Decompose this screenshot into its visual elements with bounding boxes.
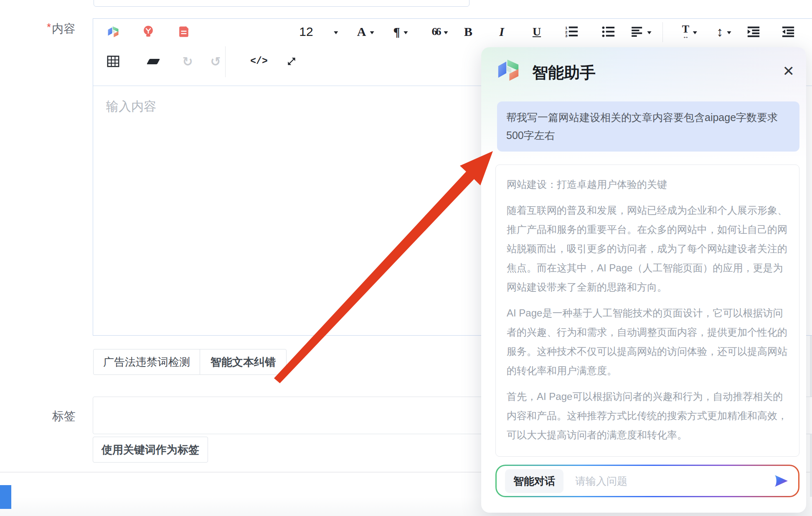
assistant-paragraph: 首先，AI Page可以根据访问者的兴趣和行为，自动推荐相关的内容和产品。这种推… [507, 387, 788, 445]
chevron-down-icon [693, 31, 697, 36]
required-asterisk: * [47, 21, 51, 33]
unordered-list-button[interactable] [601, 19, 615, 45]
ai-assistant-panel: 智能助手 ✕ 帮我写一篇网站建设相关的文章内容要包含aipage字数要求500字… [481, 47, 806, 513]
ordered-list-icon: 1 2 3 [565, 25, 578, 38]
underline-button[interactable]: U [533, 19, 541, 45]
tag-field-label: 标签 [52, 408, 76, 424]
chevron-down-icon [727, 31, 731, 36]
eraser-button[interactable] [148, 45, 159, 78]
smart-summary-button[interactable] [178, 19, 190, 45]
chat-input-placeholder[interactable]: 请输入问题 [575, 474, 627, 488]
close-icon[interactable]: ✕ [783, 64, 795, 78]
indent-decrease-button[interactable] [782, 19, 795, 45]
chevron-down-icon [370, 31, 374, 36]
chat-input-bar: 智能对话 请输入问题 [495, 465, 799, 497]
letter-spacing-icon: T↔ [682, 24, 689, 40]
chevron-down-icon [647, 31, 652, 36]
ai-logo-icon [107, 25, 119, 38]
blockquote-select[interactable]: 66 [432, 19, 448, 45]
align-select[interactable] [631, 19, 652, 45]
font-size-select[interactable]: 12 [299, 19, 338, 45]
blue-edge-button[interactable] [0, 485, 11, 509]
svg-text:3: 3 [565, 33, 568, 38]
ad-law-check-button[interactable]: 广告法违禁词检测 [93, 349, 200, 375]
smart-doc-icon [178, 25, 190, 38]
ai-assistant-toolbar-button[interactable] [107, 19, 119, 45]
assistant-paragraph: AI Page是一种基于人工智能技术的页面设计，它可以根据访问者的兴趣、行为和需… [507, 304, 788, 380]
assistant-logo-icon [496, 58, 520, 82]
content-field-label: *内容 [47, 21, 75, 37]
assistant-paragraph: 网站建设：打造卓越用户体验的关键 [507, 175, 788, 194]
indent-decrease-icon [782, 25, 795, 38]
expand-icon [286, 56, 297, 67]
editor-content-area[interactable]: 输入内容 [106, 98, 156, 115]
page: *内容 1 [0, 0, 812, 516]
inspiration-button[interactable] [142, 19, 155, 45]
indent-increase-icon [747, 25, 760, 38]
chevron-down-icon [334, 31, 338, 36]
send-button[interactable] [772, 472, 790, 490]
toolbar-divider [662, 22, 663, 42]
unordered-list-icon [601, 25, 615, 38]
redo-button[interactable]: ↻ [182, 45, 193, 78]
bold-button[interactable]: B [464, 19, 472, 45]
toolbar-divider [225, 46, 226, 77]
assistant-paragraph: 随着互联网的普及和发展，网站已经成为企业和个人展示形象、推广产品和服务的重要平台… [507, 201, 788, 297]
chevron-down-icon [404, 31, 408, 36]
chat-input-inner[interactable]: 智能对话 请输入问题 [497, 466, 798, 496]
font-style-select[interactable]: A [357, 19, 374, 45]
table-icon [107, 56, 119, 67]
chevron-down-icon [444, 31, 448, 36]
italic-button[interactable]: I [499, 19, 504, 45]
table-button[interactable] [107, 45, 119, 78]
bulb-icon [142, 25, 155, 38]
eraser-icon [147, 59, 160, 64]
line-height-select[interactable]: ↕ [717, 19, 731, 45]
paragraph-format-select[interactable]: ¶ [393, 19, 408, 45]
chat-mode-pill[interactable]: 智能对话 [505, 469, 563, 493]
smart-text-correct-button[interactable]: 智能文本纠错 [200, 349, 287, 375]
send-icon [772, 472, 790, 490]
assistant-reply-box[interactable]: 网站建设：打造卓越用户体验的关键随着互联网的普及和发展，网站已经成为企业和个人展… [495, 164, 799, 457]
user-message-bubble: 帮我写一篇网站建设相关的文章内容要包含aipage字数要求500字左右 [497, 101, 799, 152]
assistant-title: 智能助手 [532, 62, 596, 83]
undo-button[interactable]: ↺ [210, 45, 221, 78]
use-keywords-as-tags-button[interactable]: 使用关键词作为标签 [93, 437, 208, 463]
source-code-button[interactable]: </> [250, 45, 267, 78]
previous-input-fragment[interactable] [94, 0, 469, 7]
indent-increase-button[interactable] [747, 19, 760, 45]
letter-spacing-select[interactable]: T↔ [682, 19, 697, 45]
align-icon [631, 25, 644, 38]
ordered-list-button[interactable]: 1 2 3 [565, 19, 578, 45]
fullscreen-button[interactable] [286, 45, 297, 78]
